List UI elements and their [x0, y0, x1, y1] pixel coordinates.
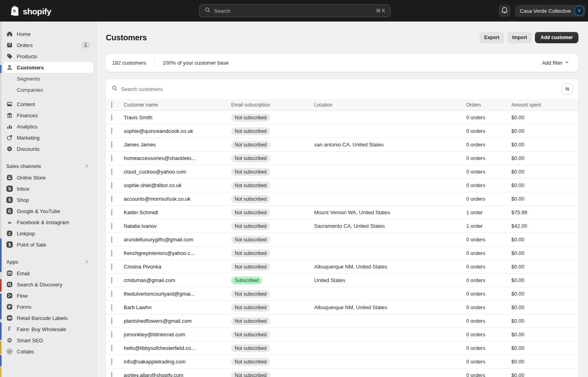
add-customer-button[interactable]: Add customer — [535, 32, 578, 43]
table-row[interactable]: cloud_cuckoo@yahoo.com Not subscribed 0 … — [106, 165, 578, 179]
email-subscription-cell: Not subscribed — [231, 141, 314, 149]
sidebar-item-finances[interactable]: Finances — [3, 110, 93, 121]
account-menu[interactable]: Casa Verde Collective V — [515, 5, 585, 17]
table-row[interactable]: Kaitlin Schmidt Not subscribed Mount Ver… — [106, 206, 578, 219]
table-row[interactable]: sophie@quinceandcook.co.uk Not subscribe… — [106, 124, 578, 138]
sidebar-item-segments[interactable]: Segments — [3, 73, 93, 84]
customer-name-cell: Travis Smith — [124, 114, 231, 120]
sidebar-item-products[interactable]: Products — [3, 51, 93, 62]
row-checkbox[interactable] — [111, 141, 112, 148]
desktop-edge-strip-segment — [0, 341, 2, 354]
chevron-right-icon — [84, 259, 90, 266]
global-search-input[interactable] — [214, 8, 373, 14]
notifications-button[interactable] — [499, 5, 511, 17]
row-checkbox[interactable] — [111, 358, 112, 365]
sidebar-item-forms[interactable]: Forms — [3, 301, 93, 312]
row-checkbox[interactable] — [111, 372, 112, 377]
add-filter-button[interactable]: Add filter — [542, 59, 572, 66]
table-row[interactable]: info@oakappletrading.com Not subscribed … — [106, 355, 578, 369]
row-checkbox[interactable] — [111, 223, 112, 229]
sidebar-item-shop[interactable]: SShop — [3, 194, 93, 205]
table-row[interactable]: hello@libbysofchesterfield.co... Not sub… — [106, 341, 578, 355]
table-row[interactable]: James James Not subscribed san antonio C… — [106, 138, 578, 152]
search-customers-input[interactable] — [121, 86, 558, 92]
table-row[interactable]: frenchgreyinteriors@yahoo.c... Not subsc… — [106, 247, 578, 260]
location-cell: Mount Vernon WA, United States — [314, 209, 466, 215]
email-subscription-cell: Not subscribed — [231, 344, 314, 352]
sidebar-item-companies[interactable]: Companies — [3, 84, 93, 95]
table-row[interactable]: Travis Smith Not subscribed 0 orders $0.… — [106, 111, 578, 124]
export-button[interactable]: Export — [479, 32, 504, 43]
section-header-sales-channels[interactable]: Sales channels — [3, 161, 93, 172]
table-row[interactable]: Barb Lawhn Not subscribed Albuquerque NM… — [106, 301, 578, 314]
retail-barcode-labels-icon — [6, 315, 13, 321]
row-checkbox[interactable] — [111, 263, 112, 270]
shopify-logo[interactable]: S shopify — [10, 5, 51, 18]
row-checkbox[interactable] — [111, 168, 112, 175]
row-checkbox[interactable] — [111, 195, 112, 202]
sidebar-item-label: Forms — [17, 304, 90, 310]
row-checkbox[interactable] — [111, 304, 112, 311]
sidebar-item-analytics[interactable]: Analytics — [3, 121, 93, 132]
sidebar-item-orders[interactable]: Orders1 — [3, 39, 93, 51]
global-search[interactable]: ⌘ K — [199, 4, 390, 17]
sidebar-item-point-of-sale[interactable]: $Point of Sale — [3, 239, 93, 250]
row-checkbox[interactable] — [111, 182, 112, 189]
sidebar-item-google-youtube[interactable]: GGoogle & YouTube — [3, 205, 93, 217]
select-all-checkbox[interactable] — [111, 102, 112, 108]
row-checkbox[interactable] — [111, 114, 112, 121]
sidebar-item-content[interactable]: Content — [3, 99, 93, 110]
sidebar-item-label: Search & Discovery — [17, 282, 90, 288]
row-checkbox[interactable] — [111, 290, 112, 297]
sort-button[interactable] — [562, 83, 573, 95]
table-row[interactable]: homeaccessories@shackleto... Not subscri… — [106, 152, 578, 165]
sidebar-item-retail-barcode-labels[interactable]: Retail Barcode Labels — [3, 312, 93, 324]
row-checkbox-cell — [106, 142, 124, 148]
sidebar-item-collabs[interactable]: @Collabs — [3, 346, 93, 357]
sidebar-item-smart-seo[interactable]: Smart SEO — [3, 335, 93, 346]
sidebar-item-label: Flow — [17, 293, 90, 299]
amount-spent-cell: $0.00 — [511, 128, 578, 134]
sidebar-item-search-discovery[interactable]: Search & Discovery — [3, 279, 93, 290]
table-row[interactable]: accounts@morrisofusk.co.uk Not subscribe… — [106, 192, 578, 206]
row-checkbox[interactable] — [111, 236, 112, 243]
row-checkbox[interactable] — [111, 331, 112, 338]
search-discovery-icon — [6, 281, 13, 288]
table-row[interactable]: plantshedflowers@gmail.com Not subscribe… — [106, 314, 578, 328]
sidebar-item-marketing[interactable]: Marketing — [3, 132, 93, 143]
email-subscription-cell: Not subscribed — [231, 263, 314, 271]
row-checkbox[interactable] — [111, 250, 112, 257]
row-checkbox[interactable] — [111, 318, 112, 324]
table-row[interactable]: cmdumas@gmail.com Subscribed United Stat… — [106, 274, 578, 287]
table-row[interactable]: Cristina Pivonka Not subscribed Albuquer… — [106, 260, 578, 274]
sidebar-item-email[interactable]: Email — [3, 268, 93, 279]
sidebar-item-linkpop[interactable]: Linkpop — [3, 228, 93, 239]
sidebar-item-flow[interactable]: Flow — [3, 290, 93, 301]
email-subscription-cell: Not subscribed — [231, 182, 314, 189]
sidebar-item-inbox[interactable]: SInbox — [3, 183, 93, 194]
sidebar-item-facebook-instagram[interactable]: ∞Facebook & Instagram — [3, 217, 93, 228]
table-row[interactable]: Natalia Ivanov Not subscribed Sacramento… — [106, 219, 578, 233]
sidebar-item-home[interactable]: Home — [3, 28, 93, 39]
row-checkbox[interactable] — [111, 209, 112, 216]
sidebar-item-faire-buy-wholesale[interactable]: FFaire: Buy Wholesale — [3, 324, 93, 335]
table-row[interactable]: sophie.shiel@dibor.co.uk Not subscribed … — [106, 179, 578, 192]
table-row[interactable]: ashley.allan@shopify.com Not subscribed … — [106, 369, 578, 377]
row-checkbox[interactable] — [111, 155, 112, 162]
table-row[interactable]: arundelluxurygifts@gmail.com Not subscri… — [106, 233, 578, 247]
sidebar-item-online-store[interactable]: Online Store — [3, 172, 93, 183]
customer-name-cell: Natalia Ivanov — [124, 223, 231, 229]
sidebar-item-discounts[interactable]: Discounts — [3, 143, 93, 154]
table-row[interactable]: thedulvertoncourtyard@gmai... Not subscr… — [106, 287, 578, 301]
row-checkbox-cell — [106, 359, 124, 365]
sidebar-item-customers[interactable]: Customers — [3, 62, 93, 73]
customers-icon — [6, 64, 13, 71]
row-checkbox[interactable] — [111, 345, 112, 351]
orders-cell: 0 orders — [466, 291, 511, 297]
row-checkbox[interactable] — [111, 277, 112, 284]
table-row[interactable]: jomonkley@btinternet.com Not subscribed … — [106, 328, 578, 341]
section-header-apps[interactable]: Apps — [3, 257, 93, 268]
store-name: Casa Verde Collective — [520, 8, 571, 14]
row-checkbox[interactable] — [111, 128, 112, 134]
import-button[interactable]: Import — [507, 32, 532, 43]
